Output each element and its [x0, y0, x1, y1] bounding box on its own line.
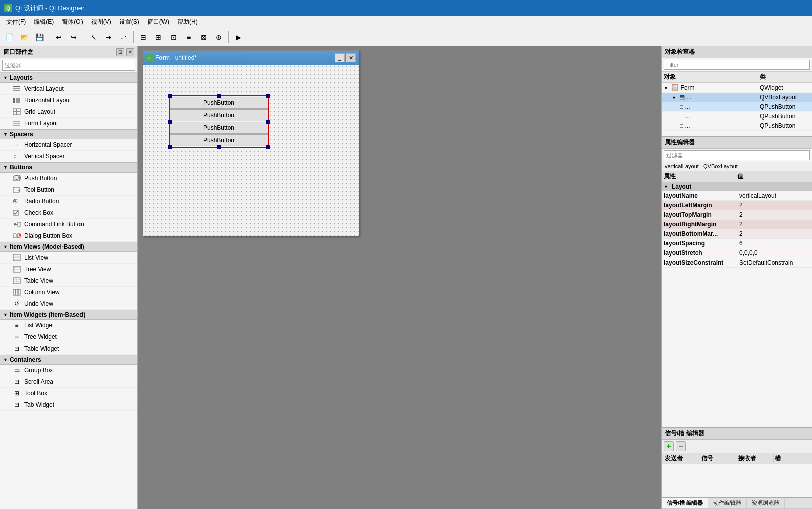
prop-filter-input[interactable]: [664, 150, 810, 160]
widget-list-view[interactable]: List View: [0, 252, 137, 264]
form-pushbutton-1[interactable]: PushButton: [170, 97, 268, 109]
widget-tool-button[interactable]: Tool Button: [0, 184, 137, 196]
widget-dialog-button-box[interactable]: ✕ Dialog Button Box: [0, 230, 137, 242]
dialog-button-box-icon: ✕: [12, 232, 21, 240]
widget-grid-layout[interactable]: Grid Layout: [0, 106, 137, 118]
form-pushbutton-3[interactable]: PushButton: [170, 122, 268, 134]
spacers-label: Spacers: [10, 131, 33, 138]
lay-horiz-button[interactable]: ⊟: [136, 30, 150, 44]
widget-tool-box[interactable]: ⊞ Tool Box: [0, 388, 137, 399]
widget-list-widget[interactable]: ≡ List Widget: [0, 320, 137, 331]
signal-add-button[interactable]: +: [664, 441, 674, 451]
prop-row-sizeconstraint[interactable]: layoutSizeConstraint SetDefaultConstrain: [662, 258, 812, 268]
widget-table-widget[interactable]: ⊟ Table Widget: [0, 343, 137, 355]
widget-scroll-area[interactable]: ⊡ Scroll Area: [0, 376, 137, 388]
tab-order-button[interactable]: ⇥: [102, 30, 116, 44]
menu-edit[interactable]: 编辑(E): [30, 17, 58, 27]
widget-horizontal-spacer[interactable]: ↔ Horizontal Spacer: [0, 139, 137, 151]
widget-group-box[interactable]: ▭ Group Box: [0, 365, 137, 376]
category-layouts[interactable]: ▼ Layouts: [0, 73, 137, 83]
prop-row-layoutname[interactable]: layoutName verticalLayout: [662, 191, 812, 201]
widget-undo-view[interactable]: ↺ Undo View: [0, 298, 137, 310]
item-views-label: Item Views (Model-Based): [10, 243, 84, 250]
widget-horizontal-layout[interactable]: Horizontal Layout: [0, 95, 137, 106]
form-title-controls: _ ✕: [335, 53, 356, 62]
menu-window[interactable]: 窗口(W): [143, 17, 173, 27]
widget-tab-widget[interactable]: ⊟ Tab Widget: [0, 399, 137, 411]
preview-button[interactable]: ▶: [231, 30, 246, 44]
buddy-button[interactable]: ⇌: [117, 30, 131, 44]
new-button[interactable]: 📄: [2, 30, 16, 44]
prop-row-bottommargin[interactable]: layoutBottomMar... 2: [662, 229, 812, 239]
widget-box-detach[interactable]: ⊡: [116, 48, 124, 56]
column-view-label: Column View: [24, 289, 59, 296]
signal-col-slot: 槽: [774, 454, 810, 463]
lay-adjust-button[interactable]: ⊛: [212, 30, 226, 44]
undo-button[interactable]: ↩: [52, 30, 66, 44]
widget-column-view[interactable]: Column View: [0, 287, 137, 298]
signal-remove-button[interactable]: −: [676, 441, 686, 451]
obj-col2-header: 类: [760, 73, 810, 81]
save-button[interactable]: 💾: [32, 30, 46, 44]
widget-vertical-spacer[interactable]: ↕ Vertical Spacer: [0, 151, 137, 162]
widget-vertical-layout[interactable]: Vertical Layout: [0, 83, 137, 95]
svg-rect-35: [13, 278, 20, 284]
lay-break-button[interactable]: ⊠: [197, 30, 211, 44]
category-spacers[interactable]: ▼ Spacers: [0, 129, 137, 139]
pointer-button[interactable]: ↖: [87, 30, 101, 44]
menu-settings[interactable]: 设置(S): [115, 17, 143, 27]
push-button-icon: OK: [12, 174, 21, 182]
obj-row-form[interactable]: ▼ 🪟 Form QWidget: [662, 83, 812, 93]
svg-rect-4: [16, 98, 18, 103]
form-canvas[interactable]: PushButton PushButton PushButton PushBut…: [143, 65, 359, 236]
widget-command-link-button[interactable]: Command Link Button: [0, 219, 137, 230]
widget-filter-input[interactable]: [2, 60, 135, 71]
obj-row-pushbutton3[interactable]: □ ... QPushButton: [662, 121, 812, 131]
prop-row-topmargin[interactable]: layoutTopMargin 2: [662, 210, 812, 220]
tab-resource-browser[interactable]: 资源浏览器: [747, 498, 785, 508]
table-view-label: Table View: [24, 277, 53, 284]
menu-help[interactable]: 帮助(H): [173, 17, 202, 27]
widget-box-close[interactable]: ✕: [126, 48, 134, 56]
spacers-arrow: ▼: [3, 132, 8, 137]
prop-row-rightmargin[interactable]: layoutRightMargin 2: [662, 220, 812, 229]
lay-vert-button[interactable]: ⊞: [151, 30, 166, 44]
prop-row-spacing[interactable]: layoutSpacing 6: [662, 239, 812, 248]
obj-pb2-name: □ ...: [664, 113, 760, 120]
object-inspector-header: 对象检查器: [662, 46, 812, 58]
form-minimize-button[interactable]: _: [335, 53, 345, 62]
menu-view[interactable]: 视图(V): [87, 17, 115, 27]
menu-file[interactable]: 文件(F): [2, 17, 30, 27]
category-containers[interactable]: ▼ Containers: [0, 355, 137, 365]
item-widgets-label: Item Widgets (Item-Based): [10, 311, 86, 318]
form-name-text: Form: [681, 84, 695, 91]
lay-grid-button[interactable]: ⊡: [167, 30, 181, 44]
widget-form-layout[interactable]: Form Layout: [0, 118, 137, 129]
tool-box-label: Tool Box: [24, 390, 47, 397]
form-pushbutton-2[interactable]: PushButton: [170, 109, 268, 121]
widget-tree-view[interactable]: Tree View: [0, 264, 137, 275]
obj-filter-input[interactable]: [664, 60, 810, 70]
category-buttons[interactable]: ▼ Buttons: [0, 162, 137, 173]
menu-form[interactable]: 窗体(O): [58, 17, 87, 27]
category-item-widgets[interactable]: ▼ Item Widgets (Item-Based): [0, 310, 137, 320]
widget-table-view[interactable]: Table View: [0, 275, 137, 287]
obj-row-vboxlayout[interactable]: ▼ ▤ ... QVBoxLayout: [662, 93, 812, 102]
obj-row-pushbutton2[interactable]: □ ... QPushButton: [662, 112, 812, 121]
redo-button[interactable]: ↪: [67, 30, 81, 44]
widget-tree-widget[interactable]: ⊨ Tree Widget: [0, 331, 137, 343]
tab-signal-slot[interactable]: 信号/槽 编辑器: [662, 498, 708, 508]
obj-row-pushbutton1[interactable]: □ ... QPushButton: [662, 102, 812, 112]
widget-radio-button[interactable]: Radio Button: [0, 196, 137, 207]
check-box-label: Check Box: [24, 209, 53, 216]
open-button[interactable]: 📂: [17, 30, 31, 44]
prop-header-col1: 属性: [664, 172, 737, 181]
prop-row-leftmargin[interactable]: layoutLeftMargin 2: [662, 201, 812, 210]
widget-push-button[interactable]: OK Push Button: [0, 173, 137, 184]
prop-row-stretch[interactable]: layoutStretch 0,0,0,0: [662, 248, 812, 258]
tab-action-editor[interactable]: 动作编辑器: [708, 498, 747, 508]
form-close-button[interactable]: ✕: [346, 53, 356, 62]
category-item-views[interactable]: ▼ Item Views (Model-Based): [0, 242, 137, 252]
widget-check-box[interactable]: Check Box: [0, 207, 137, 219]
lay-form-button[interactable]: ≡: [182, 30, 196, 44]
